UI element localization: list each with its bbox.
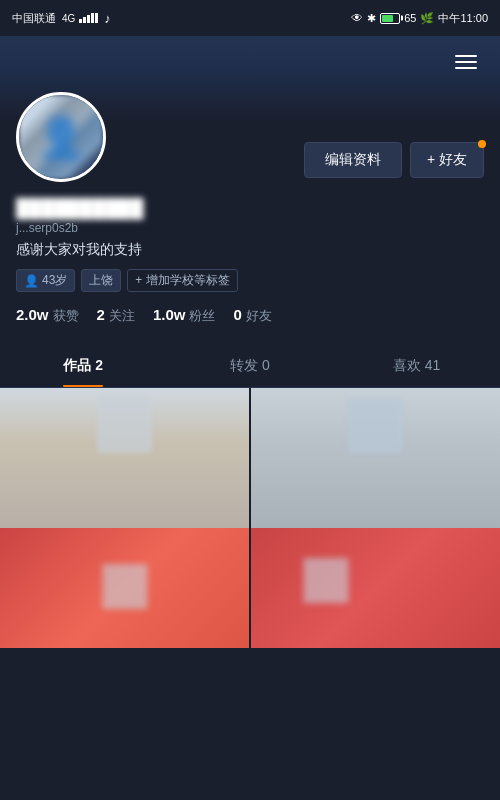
tabs-bar: 作品 2 转发 0 喜欢 41: [0, 345, 500, 388]
username-block: ██████████ j...serp0s2b: [16, 198, 484, 235]
menu-line-1: [455, 55, 477, 57]
grid-item-4[interactable]: [251, 528, 500, 648]
red-content-2: [251, 528, 500, 648]
tags-row: 👤 43岁 上饶 + 增加学校等标签: [16, 269, 484, 292]
tab-works[interactable]: 作品 2: [0, 345, 167, 387]
carrier-label: 中国联通: [12, 11, 56, 26]
square-grid-row: [0, 528, 500, 648]
friends-count: 0: [233, 306, 241, 323]
network-label: 4G: [62, 13, 75, 24]
person-icon: 👤: [24, 274, 39, 288]
menu-line-2: [455, 61, 477, 63]
user-id: j...serp0s2b: [16, 221, 484, 235]
followers-label: 粉丝: [189, 307, 215, 325]
leaf-icon: 🌿: [420, 12, 434, 25]
status-left: 中国联通 4G ♪: [12, 11, 111, 26]
location-label: 上饶: [89, 272, 113, 289]
grid-item-3[interactable]: [0, 528, 249, 648]
tag-location: 上饶: [81, 269, 121, 292]
signal-bars: [79, 13, 98, 23]
tab-reposts[interactable]: 转发 0: [167, 345, 334, 387]
age-label: 43岁: [42, 272, 67, 289]
stat-followers[interactable]: 1.0w 粉丝: [153, 306, 216, 325]
stats-row: 2.0w 获赞 2 关注 1.0w 粉丝 0 好友: [16, 306, 484, 325]
username-display: ██████████: [16, 198, 484, 219]
face-overlay-1: [0, 388, 249, 528]
followers-count: 1.0w: [153, 306, 186, 323]
pixel-overlay-2: [303, 558, 348, 603]
notification-dot: [478, 140, 486, 148]
following-count: 2: [97, 306, 105, 323]
time-label: 中午11:00: [438, 11, 488, 26]
status-right: 👁 ✱ 65 🌿 中午11:00: [351, 11, 488, 26]
following-label: 关注: [109, 307, 135, 325]
battery-icon: [380, 13, 400, 24]
eye-icon: 👁: [351, 11, 363, 25]
content-area: [0, 388, 500, 648]
edit-profile-button[interactable]: 编辑资料: [304, 142, 402, 178]
stat-following[interactable]: 2 关注: [97, 306, 135, 325]
avatar[interactable]: 👤: [16, 92, 106, 182]
profile-buttons: 编辑资料 + 好友: [122, 142, 484, 182]
friends-label: 好友: [246, 307, 272, 325]
tab-likes[interactable]: 喜欢 41: [333, 345, 500, 387]
profile-top: 👤 编辑资料 + 好友: [16, 72, 484, 182]
status-bar: 中国联通 4G ♪ 👁 ✱ 65 🌿 中午11:00: [0, 0, 500, 36]
battery-label: 65: [404, 12, 416, 24]
profile-section: 👤 编辑资料 + 好友 ██████████ j...serp0s2b 感谢大家…: [0, 72, 500, 325]
add-tag-button[interactable]: + 增加学校等标签: [127, 269, 237, 292]
grid-item-1[interactable]: [0, 388, 249, 528]
stat-friends[interactable]: 0 好友: [233, 306, 271, 325]
grid-item-2[interactable]: [251, 388, 500, 528]
add-friend-button[interactable]: + 好友: [410, 142, 484, 178]
menu-line-3: [455, 67, 477, 69]
tiktok-icon: ♪: [104, 11, 111, 26]
menu-icon[interactable]: [448, 44, 484, 80]
tag-age: 👤 43岁: [16, 269, 75, 292]
portrait-grid-row: [0, 388, 500, 528]
avatar-image: 👤: [19, 95, 103, 179]
add-friend-label: + 好友: [427, 151, 467, 167]
red-content-1: [0, 528, 249, 648]
pixel-overlay-1: [102, 564, 147, 609]
likes-count: 2.0w: [16, 306, 49, 323]
bluetooth-icon: ✱: [367, 12, 376, 25]
bio-text: 感谢大家对我的支持: [16, 241, 484, 259]
face-overlay-2: [251, 388, 500, 528]
stat-likes[interactable]: 2.0w 获赞: [16, 306, 79, 325]
likes-label: 获赞: [53, 307, 79, 325]
